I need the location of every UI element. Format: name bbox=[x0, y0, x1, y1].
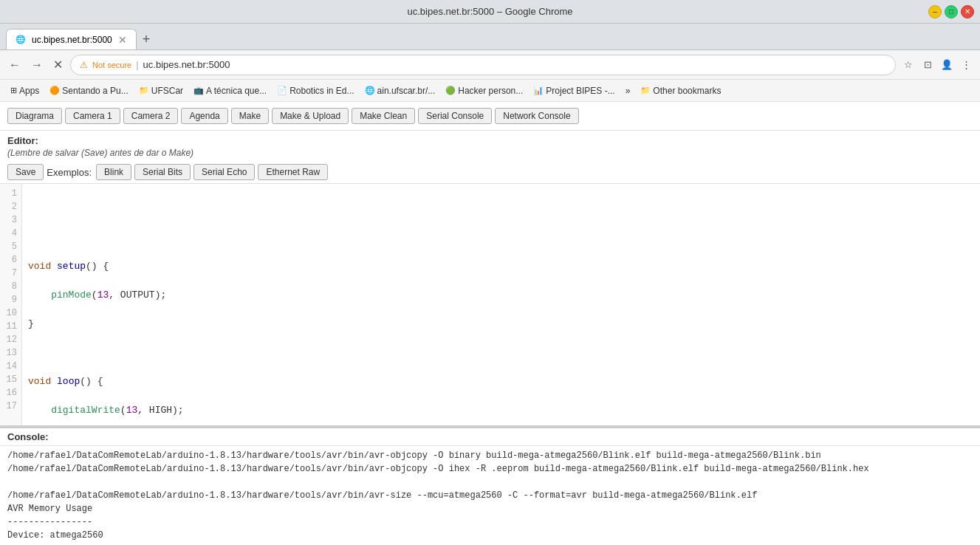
camera2-button[interactable]: Camera 2 bbox=[123, 108, 179, 124]
bookmark-apps[interactable]: ⊞ Apps bbox=[6, 84, 44, 97]
security-icon: ⚠ bbox=[80, 60, 88, 70]
serial-bits-button[interactable]: Serial Bits bbox=[134, 164, 191, 180]
hacker-icon: 🟢 bbox=[445, 86, 456, 95]
tab-bar: 🌐 uc.bipes.net.br:5000 ✕ + bbox=[0, 24, 980, 50]
bookmark-ufscar[interactable]: 📁 UFSCar bbox=[134, 84, 188, 97]
bookmark-ain[interactable]: 🌐 ain.ufscar.br/... bbox=[360, 84, 440, 97]
tab-favicon: 🌐 bbox=[16, 35, 26, 44]
apps-icon: ⊞ bbox=[10, 86, 17, 95]
serial-echo-button[interactable]: Serial Echo bbox=[193, 164, 255, 180]
console-section: Console: /home/rafael/DataComRemoteLab/a… bbox=[0, 427, 980, 545]
bookmark-tecnica-label: A técnica que... bbox=[206, 86, 267, 96]
bookmark-apps-label: Apps bbox=[19, 86, 39, 96]
blink-button[interactable]: Blink bbox=[96, 164, 131, 180]
other-icon: 📁 bbox=[640, 86, 651, 95]
network-console-button[interactable]: Network Console bbox=[495, 108, 578, 124]
editor-hint: (Lembre de salvar (Save) antes de dar o … bbox=[0, 148, 980, 161]
main-content: Diagrama Camera 1 Camera 2 Agenda Make M… bbox=[0, 102, 980, 545]
close-button[interactable]: ✕ bbox=[961, 5, 974, 18]
agenda-button[interactable]: Agenda bbox=[181, 108, 227, 124]
maximize-button[interactable]: □ bbox=[945, 5, 958, 18]
editor-section: Editor: (Lembre de salvar (Save) antes d… bbox=[0, 131, 980, 427]
new-tab-button[interactable]: + bbox=[137, 29, 157, 49]
code-editor[interactable]: 1 2 3 4 5 6 7 8 9 10 11 12 13 14 15 16 1… bbox=[0, 184, 980, 427]
robotics-icon: 📄 bbox=[277, 86, 287, 95]
bookmarks-bar: ⊞ Apps 🟠 Sentando a Pu... 📁 UFSCar 📺 A t… bbox=[0, 80, 980, 102]
bookmark-other[interactable]: 📁 Other bookmarks bbox=[636, 84, 725, 97]
ethernet-raw-button[interactable]: Ethernet Raw bbox=[258, 164, 328, 180]
back-button[interactable]: ← bbox=[6, 57, 24, 73]
forward-button[interactable]: → bbox=[28, 57, 46, 73]
bookmark-robotics[interactable]: 📄 Robotics in Ed... bbox=[273, 84, 358, 97]
make-upload-button[interactable]: Make & Upload bbox=[272, 108, 349, 124]
sentando-icon: 🟠 bbox=[49, 86, 60, 95]
console-line: Device: atmega2560 bbox=[7, 529, 973, 542]
camera1-button[interactable]: Camera 1 bbox=[65, 108, 120, 124]
window-controls: – □ ✕ bbox=[928, 5, 974, 18]
bookmark-project[interactable]: 📊 Project BIPES -... bbox=[529, 84, 619, 97]
bookmark-hacker[interactable]: 🟢 Hacker person... bbox=[441, 84, 527, 97]
url-bar[interactable]: ⚠ Not secure | uc.bipes.net.br:5000 bbox=[70, 55, 896, 75]
main-toolbar: Diagrama Camera 1 Camera 2 Agenda Make M… bbox=[0, 102, 980, 131]
minimize-button[interactable]: – bbox=[928, 5, 942, 18]
active-tab[interactable]: 🌐 uc.bipes.net.br:5000 ✕ bbox=[6, 29, 137, 49]
more-label: » bbox=[626, 86, 631, 96]
bookmark-other-label: Other bookmarks bbox=[653, 86, 721, 96]
console-line: ---------------- bbox=[7, 515, 973, 529]
ain-icon: 🌐 bbox=[365, 86, 375, 95]
star-icon[interactable]: ☆ bbox=[900, 57, 916, 73]
console-line: AVR Memory Usage bbox=[7, 502, 973, 515]
bookmark-ufscar-label: UFSCar bbox=[151, 86, 183, 96]
editor-toolbar: Save Exemplos: Blink Serial Bits Serial … bbox=[0, 161, 980, 184]
address-actions: ☆ ⊡ 👤 ⋮ bbox=[900, 57, 974, 73]
bookmark-robotics-label: Robotics in Ed... bbox=[289, 86, 354, 96]
console-line bbox=[7, 476, 973, 489]
bookmark-project-label: Project BIPES -... bbox=[546, 86, 614, 96]
tab-close-button[interactable]: ✕ bbox=[118, 34, 127, 46]
console-label: Console: bbox=[0, 428, 980, 446]
extension-icon[interactable]: ⊡ bbox=[919, 57, 936, 73]
diagrama-button[interactable]: Diagrama bbox=[7, 108, 62, 124]
serial-console-button[interactable]: Serial Console bbox=[418, 108, 492, 124]
tab-label: uc.bipes.net.br:5000 bbox=[32, 35, 112, 45]
title-bar: uc.bipes.net.br:5000 – Google Chrome – □… bbox=[0, 0, 980, 24]
editor-label: Editor: bbox=[0, 131, 980, 148]
save-button[interactable]: Save bbox=[7, 164, 44, 180]
profile-icon[interactable]: 👤 bbox=[939, 57, 955, 73]
window-title: uc.bipes.net.br:5000 – Google Chrome bbox=[407, 6, 572, 17]
bookmark-sentando[interactable]: 🟠 Sentando a Pu... bbox=[45, 84, 132, 97]
bookmark-sentando-label: Sentando a Pu... bbox=[62, 86, 128, 96]
console-line: /home/rafael/DataComRemoteLab/arduino-1.… bbox=[7, 462, 973, 476]
reload-button[interactable]: ✕ bbox=[50, 56, 66, 73]
bookmark-more[interactable]: » bbox=[621, 84, 635, 97]
url-separator: | bbox=[136, 59, 138, 70]
bookmark-hacker-label: Hacker person... bbox=[458, 86, 523, 96]
line-numbers: 1 2 3 4 5 6 7 8 9 10 11 12 13 14 15 16 1… bbox=[0, 184, 22, 425]
console-line: /home/rafael/DataComRemoteLab/arduino-1.… bbox=[7, 489, 973, 502]
make-clean-button[interactable]: Make Clean bbox=[352, 108, 415, 124]
console-output[interactable]: /home/rafael/DataComRemoteLab/arduino-1.… bbox=[0, 446, 980, 545]
menu-icon[interactable]: ⋮ bbox=[958, 57, 974, 73]
security-label: Not secure bbox=[92, 61, 131, 69]
ufscar-icon: 📁 bbox=[139, 86, 149, 95]
tecnica-icon: 📺 bbox=[193, 86, 204, 95]
code-area[interactable]: void setup() { pinMode(13, OUTPUT); } vo… bbox=[22, 184, 980, 425]
project-icon: 📊 bbox=[533, 86, 544, 95]
make-button[interactable]: Make bbox=[231, 108, 269, 124]
bookmark-ain-label: ain.ufscar.br/... bbox=[377, 86, 436, 96]
console-line: /home/rafael/DataComRemoteLab/arduino-1.… bbox=[7, 449, 973, 462]
url-text: uc.bipes.net.br:5000 bbox=[143, 59, 230, 70]
bookmark-tecnica[interactable]: 📺 A técnica que... bbox=[189, 84, 271, 97]
examples-label: Exemplos: bbox=[47, 167, 92, 178]
address-bar: ← → ✕ ⚠ Not secure | uc.bipes.net.br:500… bbox=[0, 50, 980, 80]
